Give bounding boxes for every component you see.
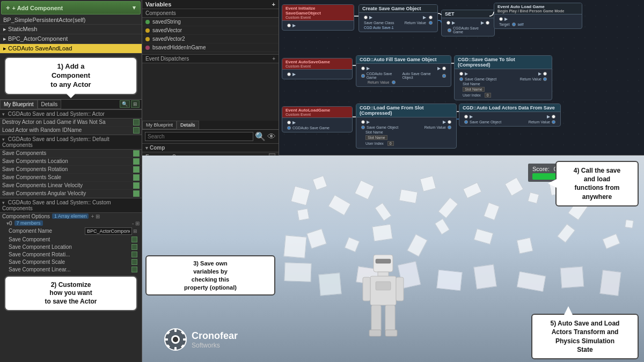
destroy-actor-checkbox[interactable]	[133, 119, 140, 125]
var-savedVector[interactable]: savedVector	[142, 26, 279, 35]
comp-category: ▾Comp	[142, 144, 279, 152]
node-set-header: SET	[442, 10, 494, 18]
node-auto-load-actors[interactable]: CGD::Auto Load Actors Data From Save ▶▶ …	[459, 104, 561, 127]
save-angular-checkbox[interactable]	[133, 190, 140, 197]
node-load-slot-header: CGD::Load Game From Slot (Compressed)	[356, 104, 456, 117]
left-panel: + + Add Component ▾ BP_SimplePersistentA…	[0, 0, 142, 362]
node-save-to-slot[interactable]: CGD::Save Game To Slot (Compressed) ▶▶ S…	[454, 55, 552, 100]
bp-options-button[interactable]: ⊞	[131, 100, 140, 108]
save-component-cb[interactable]	[131, 237, 137, 242]
save-component-row[interactable]: Save Component	[0, 236, 142, 243]
dropdown-icon: ▾	[133, 4, 136, 11]
save-linear-checkbox[interactable]	[133, 182, 140, 189]
section-header-default: ▾ CGDAuto Save and Load System:: Default…	[0, 135, 142, 150]
svg-rect-10	[385, 305, 395, 332]
save-comp-rot-cb[interactable]	[131, 252, 137, 257]
save-location-row[interactable]: Save Components Location	[0, 158, 142, 166]
node-load-slot[interactable]: CGD::Load Game From Slot (Compressed) ▶▶…	[356, 104, 457, 149]
node-auto-load-actors-header: CGD::Auto Load Actors Data From Save	[459, 104, 560, 112]
gear-logo-icon	[164, 328, 187, 351]
svg-rect-6	[376, 282, 391, 290]
details-search-input[interactable]	[145, 132, 253, 141]
var-savedVector2[interactable]: savedVector2	[142, 35, 279, 43]
save-comp-loc-cb[interactable]	[131, 244, 137, 250]
my-blueprint-tab[interactable]: My Blueprint	[0, 100, 38, 109]
add-component-label: + Add Component	[12, 5, 63, 11]
array-tag: 1 Array elemen	[52, 213, 89, 219]
node-init-save[interactable]: Event Initialize SaveGameObject Custom E…	[282, 4, 354, 31]
node-auto-fill[interactable]: CGD::Auto Fill Save Game Object ▶▶ CGDAu…	[356, 55, 451, 87]
node-auto-load-header: Event Auto Load Game Begin Play / Bind P…	[494, 3, 582, 14]
actor-row-self[interactable]: BP_SimplePersistentActor(self)	[0, 16, 142, 25]
save-comp-linear-row[interactable]: Save Component Linear...	[0, 266, 142, 274]
actor-row-staticmesh[interactable]: ▸ StaticMesh	[0, 25, 142, 34]
save-location-checkbox[interactable]	[133, 158, 140, 165]
my-blueprint-tab2[interactable]: My Blueprint	[142, 121, 177, 129]
robot-figure	[362, 255, 405, 341]
add-component-button[interactable]: + + Add Component ▾	[1, 1, 141, 14]
actor-row-bpc[interactable]: ▸ BPC_ActorComponent	[0, 34, 142, 44]
cronofear-logo: Cronofear Softworks	[164, 328, 238, 351]
score-label: Score:	[532, 166, 550, 172]
node-set[interactable]: SET ▶▶ CGDAuto Save Game	[441, 10, 495, 36]
save-rotation-row[interactable]: Save Components Rotation	[0, 166, 142, 174]
callout-4: 4) Call the save and load functions from…	[555, 161, 639, 206]
save-angular-row[interactable]: Save Components Angular Velocity	[0, 190, 142, 198]
brand-sub: Softworks	[192, 342, 238, 349]
save-scale-checkbox[interactable]	[133, 174, 140, 181]
eye-icon[interactable]: 👁	[267, 132, 276, 142]
load-actor-row[interactable]: Load Actor with Random IDName	[0, 127, 142, 135]
node-auto-save-event[interactable]: Event AutoSaveGame Custom Event ▶	[282, 58, 353, 79]
svg-rect-3	[376, 259, 391, 263]
save-components-row[interactable]: Save Components	[0, 150, 142, 158]
save-rotation-checkbox[interactable]	[133, 166, 140, 173]
load-actor-checkbox[interactable]	[133, 127, 140, 134]
logo-text: Cronofear Softworks	[192, 330, 238, 349]
save-components-checkbox[interactable]	[133, 150, 140, 157]
node-auto-fill-header: CGD::Auto Fill Save Game Object	[356, 56, 451, 64]
callout-2: 2) Customize how you want to save the Ac…	[4, 276, 137, 312]
actor-row-cgd[interactable]: ▸ CGDAuto SaveAndLoad	[0, 44, 142, 54]
component-name-row[interactable]: Component Name ⊞	[0, 227, 142, 236]
svg-rect-16	[174, 329, 177, 332]
plus-icon: +	[6, 4, 10, 12]
save-comp-scale-row[interactable]: Save Component Scale	[0, 258, 142, 266]
node-auto-load[interactable]: Event Auto Load Game Begin Play / Bind P…	[494, 3, 582, 29]
svg-rect-12	[385, 330, 397, 336]
var-savedString[interactable]: savedString	[142, 18, 279, 26]
svg-point-15	[173, 337, 178, 342]
svg-rect-17	[174, 347, 177, 350]
svg-rect-18	[165, 338, 168, 341]
node-auto-save-header: Event AutoSaveGame Custom Event	[282, 58, 352, 70]
save-linear-row[interactable]: Save Components Linear Velocity	[0, 182, 142, 190]
svg-rect-4	[378, 272, 389, 276]
callout-1: 1) Add a Component to any Actor	[4, 57, 137, 95]
svg-rect-19	[183, 338, 186, 341]
var-dot-yellow2	[145, 37, 150, 41]
component-options-row[interactable]: Component Options 1 Array elemen + ⊞	[0, 213, 142, 220]
component-name-input[interactable]	[85, 227, 132, 235]
save-comp-linear-cb[interactable]	[131, 267, 137, 272]
add-variable-button[interactable]: +	[272, 1, 275, 8]
search-bp-button[interactable]: 🔍	[120, 100, 130, 108]
var-bsavedHidden[interactable]: bsavedHiddenInGame	[142, 43, 279, 52]
details-tab2[interactable]: Details	[177, 121, 199, 129]
svg-rect-8	[396, 277, 404, 301]
search-icon: 🔍	[255, 131, 266, 142]
save-comp-scale-cb[interactable]	[131, 259, 137, 265]
save-comp-rot-row[interactable]: Save Component Rotati...	[0, 251, 142, 258]
add-dispatcher-button[interactable]: +	[272, 56, 275, 62]
var-dot-green	[145, 20, 150, 24]
blueprint-graph[interactable]: Event Initialize SaveGameObject Custom E…	[279, 0, 644, 156]
destroy-actor-row[interactable]: Destroy Actor on Load Game if Was Not Sa	[0, 119, 142, 127]
details-tab[interactable]: Details	[38, 100, 62, 109]
save-comp-loc-row[interactable]: Save Component Location	[0, 243, 142, 251]
var-dot-pink	[145, 46, 150, 50]
node-create-save[interactable]: Create Save Game Object ▶▶ Save Game Cla…	[358, 4, 438, 32]
node-auto-load-event[interactable]: Event AutoLoadGame Custom Event ▶ CGDAut…	[282, 106, 353, 132]
node-auto-load-event-header: Event AutoLoadGame Custom Event	[282, 107, 352, 118]
svg-rect-5	[370, 276, 396, 305]
node-save-slot-header: CGD::Save Game To Slot (Compressed)	[455, 56, 552, 69]
save-scale-row[interactable]: Save Components Scale	[0, 174, 142, 182]
section-header-custom: ▾ CGDAuto Save and Load System:: Custom …	[0, 198, 142, 213]
